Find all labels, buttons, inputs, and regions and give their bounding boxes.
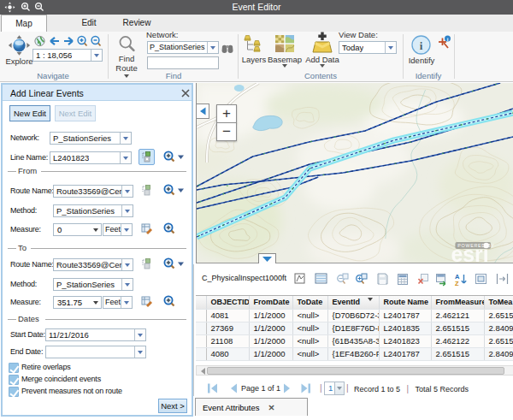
svg-text:esri: esri — [451, 242, 488, 263]
svg-text:Z: Z — [455, 280, 459, 287]
svg-text:i: i — [420, 39, 423, 52]
